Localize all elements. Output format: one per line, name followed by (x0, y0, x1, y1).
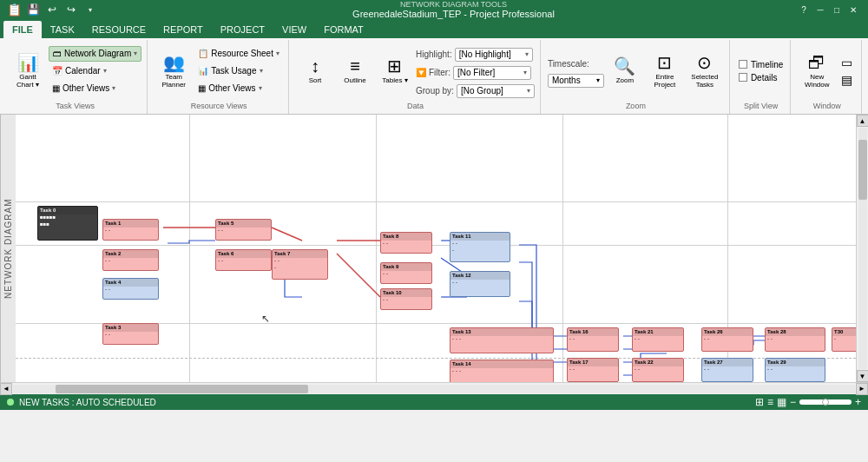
arrange-all-button[interactable]: ▭ (838, 55, 856, 70)
task-row-26: -- (702, 336, 753, 343)
hide-button[interactable]: ▤ (838, 72, 856, 88)
scroll-right-button[interactable]: ► (856, 383, 868, 395)
task-node-12[interactable]: Task 12 -- (450, 271, 510, 297)
task-node-13[interactable]: Task 13 --- (450, 327, 554, 353)
scroll-track-vertical[interactable] (858, 128, 867, 369)
task-usage-button[interactable]: 📊 Task Usage ▾ (194, 63, 283, 79)
task-row-13: --- (450, 336, 553, 343)
scroll-thumb-vertical[interactable] (858, 140, 867, 201)
task-node-2[interactable]: Task 2 -- (102, 249, 159, 271)
tab-project[interactable]: PROJECT (212, 21, 273, 38)
tables-label: Tables ▾ (382, 76, 407, 84)
task-row-11b: - (450, 248, 510, 254)
task-header-10: Task 10 (381, 289, 431, 297)
scroll-up-button[interactable]: ▲ (857, 115, 869, 127)
status-icon-2[interactable]: ≡ (767, 396, 773, 408)
network-diagram-button[interactable]: 🗃 Network Diagram ▾ (49, 46, 141, 62)
tab-resource[interactable]: RESOURCE (83, 21, 155, 38)
close-button[interactable]: ✕ (845, 3, 861, 16)
selected-tasks-label: SelectedTasks (691, 73, 718, 89)
task-node-11[interactable]: Task 11 -- - (450, 232, 510, 262)
other-views-task-button[interactable]: ▦ Other Views ▾ (49, 81, 141, 96)
tab-task[interactable]: TASK (42, 21, 83, 38)
scroll-left-button[interactable]: ◄ (0, 383, 12, 395)
task-header-2: Task 2 (103, 250, 158, 258)
task-node-8[interactable]: Task 8 -- (380, 232, 432, 254)
svg-line-3 (337, 254, 380, 297)
task-node-28[interactable]: Task 28 -- (765, 327, 825, 352)
horizontal-scrollbar[interactable]: ◄ ► (0, 382, 868, 394)
new-window-button[interactable]: 🗗 NewWindow (798, 45, 836, 97)
status-icon-3[interactable]: ▦ (777, 396, 786, 408)
quick-redo[interactable]: ↪ (63, 2, 79, 17)
task-node-0[interactable]: Task 0 ■■■■■ ■■■ (37, 206, 98, 241)
sort-label: Sort (309, 76, 322, 84)
task-node-14[interactable]: Task 14 --- (450, 360, 554, 382)
task-node-9[interactable]: Task 9 -- (380, 262, 432, 284)
task-node-29[interactable]: Task 29 -- (765, 358, 825, 382)
task-node-4[interactable]: Task 4 -- (102, 278, 159, 300)
task-node-3[interactable]: Task 3 -- (102, 323, 159, 345)
task-node-5[interactable]: Task 5 -- (215, 219, 272, 241)
selected-tasks-button[interactable]: ⊙ SelectedTasks (686, 45, 724, 97)
maximize-button[interactable]: □ (829, 3, 845, 16)
vertical-scrollbar[interactable]: ▲ ▼ (856, 115, 868, 382)
tab-view[interactable]: VIEW (273, 21, 315, 38)
other-views-resource-button[interactable]: ▦ Other Views ▾ (194, 81, 283, 96)
scroll-track-horizontal[interactable] (13, 385, 855, 393)
status-zoom-out[interactable]: − (790, 396, 796, 408)
task-node-6[interactable]: Task 6 -- (215, 249, 272, 271)
task-node-16[interactable]: Task 16 -- (567, 327, 619, 352)
task-row-10: -- (381, 297, 431, 304)
task-node-27[interactable]: Task 27 -- (701, 358, 753, 382)
minimize-button[interactable]: ─ (812, 3, 828, 16)
status-zoom-slider[interactable] (799, 399, 852, 405)
outline-label: Outline (344, 76, 365, 84)
team-planner-button[interactable]: 👥 TeamPlanner (155, 45, 193, 97)
filter-dropdown[interactable]: [No Filter] ▾ (453, 66, 531, 80)
task-row-27: -- (702, 366, 753, 373)
calendar-button[interactable]: 📅 Calendar ▾ (49, 63, 141, 79)
status-zoom-in[interactable]: + (855, 396, 861, 408)
tab-file[interactable]: FILE (3, 21, 42, 38)
task-node-1[interactable]: Task 1 -- (102, 219, 159, 241)
quick-save[interactable]: 💾 (25, 2, 41, 17)
details-toggle[interactable]: Details (737, 72, 785, 83)
details-checkbox (739, 73, 747, 82)
task-node-7[interactable]: Task 7 -- - (272, 249, 328, 280)
tab-report[interactable]: REPORT (155, 21, 212, 38)
task-node-26[interactable]: Task 26 -- (701, 327, 753, 352)
status-icon-1[interactable]: ⊞ (755, 396, 764, 408)
resource-sheet-button[interactable]: 📋 Resource Sheet ▾ (194, 46, 283, 62)
groupby-dropdown[interactable]: [No Group] ▾ (457, 84, 535, 98)
task-node-17[interactable]: Task 17 -- (567, 358, 619, 382)
gantt-chart-button[interactable]: 📊 GanttChart ▾ (9, 45, 47, 97)
task-row-2: -- (103, 258, 158, 265)
diagram-canvas[interactable]: Task 0 ■■■■■ ■■■ Task 1 -- Task 2 -- Tas… (16, 115, 856, 382)
scroll-down-button[interactable]: ▼ (857, 370, 869, 382)
zoom-button[interactable]: 🔍 Zoom (606, 45, 644, 97)
outline-button[interactable]: ≡ Outline (336, 45, 374, 97)
task-row-9: -- (381, 271, 431, 278)
help-button[interactable]: ? (796, 3, 812, 16)
highlight-dropdown[interactable]: [No Highlight] ▾ (455, 48, 533, 62)
task-node-10[interactable]: Task 10 -- (380, 288, 432, 310)
entire-project-button[interactable]: ⊡ EntireProject (646, 45, 684, 97)
quick-dropdown[interactable]: ▾ (82, 2, 98, 17)
tables-button[interactable]: ⊞ Tables ▾ (376, 45, 414, 97)
timeline-toggle[interactable]: Timeline (737, 59, 785, 70)
sort-button[interactable]: ↕ Sort (296, 45, 334, 97)
quick-undo[interactable]: ↩ (44, 2, 60, 17)
timescale-dropdown[interactable]: Months ▾ (548, 74, 604, 88)
task-node-22[interactable]: Task 22 -- (632, 358, 684, 382)
other-views-task-label: Other Views (62, 83, 109, 93)
tab-format[interactable]: FORMAT (315, 21, 372, 38)
task-header-6: Task 6 (216, 250, 271, 258)
task-row-16: -- (568, 336, 618, 343)
task-node-21[interactable]: Task 21 -- (632, 327, 684, 352)
scroll-thumb-horizontal[interactable] (56, 385, 308, 393)
other-views-task-icon: ▦ (52, 83, 60, 93)
ribbon-group-resource-views: 👥 TeamPlanner 📋 Resource Sheet ▾ 📊 Task … (149, 40, 289, 114)
window-small-group: ▭ ▤ (838, 55, 856, 88)
task-node-30[interactable]: T30 - (832, 327, 856, 352)
